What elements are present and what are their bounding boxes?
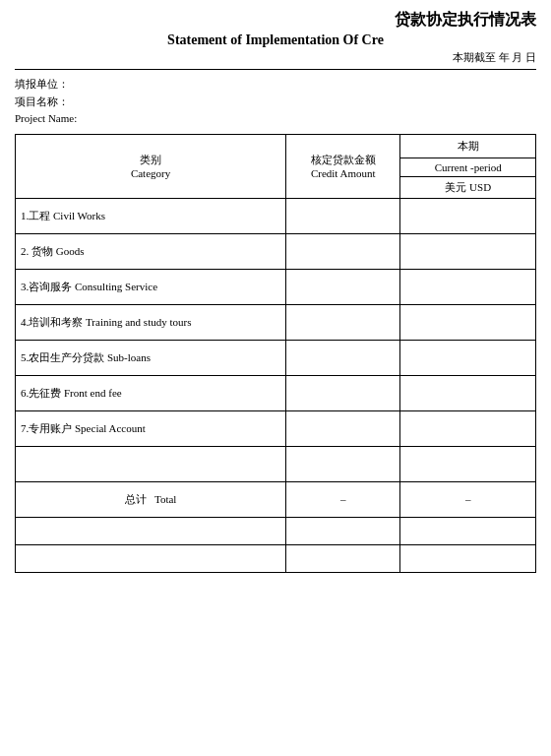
col-category-header: 类别 Category <box>16 134 286 198</box>
total-row: 总计 Total – – <box>16 481 536 517</box>
row-2-label: 2. 货物 Goods <box>16 233 286 269</box>
extra-row-1 <box>16 517 536 544</box>
row-8-credit <box>286 446 400 481</box>
table-row: 6.先征费 Front end fee <box>16 375 536 410</box>
row-7-credit <box>286 410 400 446</box>
project-cn-label: 项目名称： <box>15 95 69 107</box>
table-row: 1.工程 Civil Works <box>16 198 536 233</box>
row-4-credit <box>286 304 400 340</box>
form-fields: 填报单位： 项目名称： Project Name: <box>15 76 536 128</box>
row-4-label: 4.培训和考察 Training and study tours <box>16 304 286 340</box>
extra-row-1-col1 <box>16 517 286 544</box>
page: 贷款协定执行情况表 Statement of Implementation Of… <box>0 0 551 756</box>
table-row: 3.咨询服务 Consulting Service <box>16 269 536 304</box>
title-cn: 贷款协定执行情况表 <box>15 10 536 31</box>
table-row <box>16 446 536 481</box>
extra-row-2-col1 <box>16 544 286 572</box>
header-date: 本期截至 年 月 日 <box>15 50 536 65</box>
table-row: 5.农田生产分贷款 Sub-loans <box>16 340 536 375</box>
extra-row-1-col3 <box>400 517 536 544</box>
row-5-label: 5.农田生产分贷款 Sub-loans <box>16 340 286 375</box>
table-row: 7.专用账户 Special Account <box>16 410 536 446</box>
row-5-credit <box>286 340 400 375</box>
title-en: Statement of Implementation Of Cre <box>15 32 536 48</box>
col-credit-header: 核定贷款金额 Credit Amount <box>286 134 400 198</box>
row-7-label: 7.专用账户 Special Account <box>16 410 286 446</box>
total-credit: – <box>286 481 400 517</box>
row-1-label: 1.工程 Civil Works <box>16 198 286 233</box>
extra-row-2 <box>16 544 536 572</box>
col-current-header: 本期 <box>400 134 536 158</box>
col-current-usd: 美元 USD <box>400 176 536 198</box>
row-8-label <box>16 446 286 481</box>
credit-en: Credit Amount <box>289 167 397 179</box>
total-label: 总计 Total <box>16 481 286 517</box>
row-3-label: 3.咨询服务 Consulting Service <box>16 269 286 304</box>
row-6-usd <box>400 375 536 410</box>
project-cn-row: 项目名称： <box>15 94 536 111</box>
table-row: 2. 货物 Goods <box>16 233 536 269</box>
header: 贷款协定执行情况表 Statement of Implementation Of… <box>15 10 536 65</box>
row-8-usd <box>400 446 536 481</box>
main-table: 类别 Category 核定贷款金额 Credit Amount 本期 Curr… <box>15 134 536 573</box>
unit-row: 填报单位： <box>15 76 536 94</box>
total-usd: – <box>400 481 536 517</box>
row-1-credit <box>286 198 400 233</box>
row-2-credit <box>286 233 400 269</box>
row-6-label: 6.先征费 Front end fee <box>16 375 286 410</box>
col-current-sub: Current -period <box>400 158 536 176</box>
row-4-usd <box>400 304 536 340</box>
extra-row-2-col2 <box>286 544 400 572</box>
divider-top <box>15 69 536 70</box>
row-1-usd <box>400 198 536 233</box>
project-en-row: Project Name: <box>15 110 536 128</box>
row-3-credit <box>286 269 400 304</box>
project-en-label: Project Name: <box>15 112 77 124</box>
row-2-usd <box>400 233 536 269</box>
header-row-top: 类别 Category 核定贷款金额 Credit Amount 本期 <box>16 134 536 158</box>
unit-label: 填报单位： <box>15 78 69 90</box>
row-7-usd <box>400 410 536 446</box>
row-5-usd <box>400 340 536 375</box>
credit-cn: 核定贷款金额 <box>289 153 397 167</box>
extra-row-1-col2 <box>286 517 400 544</box>
row-6-credit <box>286 375 400 410</box>
category-en: Category <box>19 167 282 179</box>
extra-row-2-col3 <box>400 544 536 572</box>
table-row: 4.培训和考察 Training and study tours <box>16 304 536 340</box>
row-3-usd <box>400 269 536 304</box>
category-cn: 类别 <box>19 153 282 167</box>
